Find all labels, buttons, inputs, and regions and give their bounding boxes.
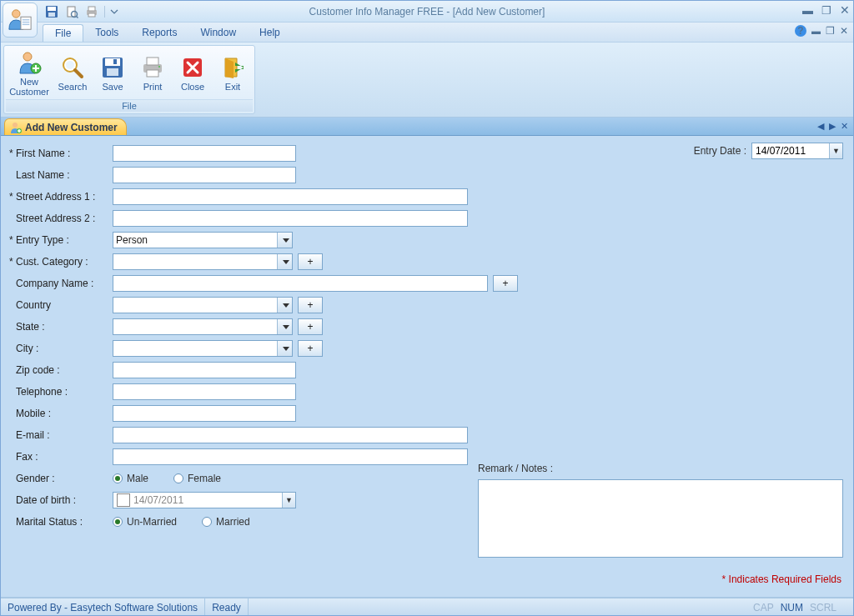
company-name-input[interactable] bbox=[113, 275, 488, 292]
zip-input[interactable] bbox=[113, 362, 296, 378]
tab-close-button[interactable]: ✕ bbox=[841, 121, 848, 132]
add-city-button[interactable]: + bbox=[298, 340, 323, 357]
dropdown-icon bbox=[277, 341, 292, 356]
mobile-input[interactable] bbox=[113, 405, 296, 422]
svg-rect-7 bbox=[48, 13, 55, 17]
email-input[interactable] bbox=[113, 427, 468, 443]
close-icon bbox=[180, 55, 205, 80]
add-country-button[interactable]: + bbox=[298, 297, 323, 313]
menu-reports[interactable]: Reports bbox=[130, 23, 188, 42]
street1-label: Street Address 1 : bbox=[16, 191, 95, 203]
email-label: E-mail : bbox=[16, 429, 50, 441]
qat-print-icon[interactable] bbox=[84, 5, 99, 18]
marital-married-radio[interactable]: Married bbox=[202, 516, 250, 528]
mdi-close-button[interactable]: ✕ bbox=[840, 25, 848, 37]
svg-rect-2 bbox=[23, 19, 29, 20]
fax-label: Fax : bbox=[16, 451, 38, 463]
status-caps: CAP bbox=[753, 602, 774, 613]
status-bar: Powered By - Easytech Software Solutions… bbox=[1, 598, 853, 616]
status-powered-by: Powered By - Easytech Software Solutions bbox=[1, 598, 205, 616]
add-company-button[interactable]: + bbox=[493, 275, 518, 292]
state-select[interactable] bbox=[113, 318, 293, 335]
street2-input[interactable] bbox=[113, 210, 468, 227]
entry-date-block: Entry Date : 14/07/2011 ▼ bbox=[694, 143, 843, 159]
country-label: Country bbox=[16, 299, 51, 311]
tab-add-new-customer[interactable]: Add New Customer bbox=[4, 118, 127, 135]
status-num: NUM bbox=[781, 602, 803, 613]
ribbon-new-customer-button[interactable]: New Customer bbox=[6, 48, 53, 99]
tab-next-button[interactable]: ▶ bbox=[829, 121, 836, 132]
ribbon-exit-button[interactable]: Exit bbox=[213, 48, 253, 99]
entry-date-label: Entry Date : bbox=[694, 145, 746, 157]
entry-type-label: Entry Type : bbox=[16, 234, 69, 246]
status-scrl: SCRL bbox=[810, 602, 836, 613]
ribbon-close-button[interactable]: Close bbox=[173, 48, 213, 99]
svg-rect-27 bbox=[147, 70, 158, 77]
ribbon-close-label: Close bbox=[181, 82, 204, 92]
qat-print-preview-icon[interactable] bbox=[64, 5, 79, 18]
ribbon-print-button[interactable]: Print bbox=[133, 48, 173, 99]
qat-save-icon[interactable] bbox=[44, 5, 59, 18]
tab-prev-button[interactable]: ◀ bbox=[817, 121, 824, 132]
entry-date-picker[interactable]: 14/07/2011 ▼ bbox=[751, 143, 843, 159]
dob-picker[interactable]: 14/07/2011 ▼ bbox=[113, 492, 296, 508]
search-icon bbox=[60, 55, 85, 80]
menu-tools[interactable]: Tools bbox=[83, 23, 130, 42]
gender-female-radio[interactable]: Female bbox=[173, 473, 221, 484]
fax-input[interactable] bbox=[113, 448, 468, 465]
title-bar: Customer Info Manager FREE - [Add New Cu… bbox=[1, 1, 853, 23]
remark-textarea[interactable] bbox=[478, 479, 843, 558]
save-icon bbox=[100, 55, 125, 80]
svg-rect-22 bbox=[105, 58, 120, 66]
entry-type-select[interactable] bbox=[113, 232, 293, 248]
last-name-input[interactable] bbox=[113, 167, 296, 183]
help-icon[interactable]: ? bbox=[795, 25, 806, 37]
new-customer-icon bbox=[17, 50, 42, 75]
qat-customize-icon[interactable] bbox=[110, 5, 118, 18]
form-area: Entry Date : 14/07/2011 ▼ *First Name : … bbox=[1, 136, 853, 598]
city-select[interactable] bbox=[113, 340, 293, 357]
quick-access-toolbar bbox=[44, 4, 118, 19]
dropdown-icon bbox=[277, 233, 292, 248]
svg-rect-35 bbox=[18, 130, 21, 131]
ribbon-print-label: Print bbox=[143, 82, 163, 92]
customer-app-icon bbox=[8, 8, 33, 33]
cust-category-select[interactable] bbox=[113, 253, 293, 270]
country-select[interactable] bbox=[113, 297, 293, 313]
state-label: State : bbox=[16, 321, 45, 333]
add-cust-category-button[interactable]: + bbox=[298, 253, 323, 270]
street2-label: Street Address 2 : bbox=[16, 213, 95, 224]
ribbon-search-label: Search bbox=[58, 82, 88, 92]
menu-window[interactable]: Window bbox=[188, 23, 248, 42]
dropdown-icon: ▼ bbox=[829, 143, 842, 158]
application-button[interactable] bbox=[3, 3, 38, 38]
company-name-label: Company Name : bbox=[16, 278, 93, 289]
gender-label: Gender : bbox=[16, 473, 55, 484]
maximize-button[interactable]: ❐ bbox=[821, 4, 831, 17]
minimize-button[interactable]: ▬ bbox=[802, 4, 813, 17]
dob-enable-checkbox[interactable] bbox=[117, 493, 130, 507]
street1-input[interactable] bbox=[113, 188, 468, 205]
print-icon bbox=[140, 55, 165, 80]
close-button[interactable]: ✕ bbox=[840, 3, 850, 17]
ribbon-save-button[interactable]: Save bbox=[93, 48, 133, 99]
marital-unmarried-radio[interactable]: Un-Married bbox=[113, 516, 177, 528]
cust-category-label: Cust. Category : bbox=[16, 256, 88, 268]
status-ready: Ready bbox=[205, 598, 249, 616]
window-controls: ▬ ❐ ✕ bbox=[802, 1, 850, 19]
mdi-minimize-button[interactable]: ▬ bbox=[811, 26, 821, 36]
gender-male-radio[interactable]: Male bbox=[113, 473, 148, 484]
menu-file[interactable]: File bbox=[43, 24, 83, 42]
ribbon-search-button[interactable]: Search bbox=[53, 48, 93, 99]
add-state-button[interactable]: + bbox=[298, 318, 323, 335]
tab-nav-controls: ◀ ▶ ✕ bbox=[817, 121, 848, 132]
first-name-input[interactable] bbox=[113, 145, 296, 162]
telephone-label: Telephone : bbox=[16, 386, 68, 398]
menu-help[interactable]: Help bbox=[248, 23, 292, 42]
dropdown-icon bbox=[277, 319, 292, 334]
last-name-label: Last Name : bbox=[16, 169, 70, 181]
telephone-input[interactable] bbox=[113, 383, 296, 400]
mdi-restore-button[interactable]: ❐ bbox=[826, 25, 835, 37]
ribbon-new-customer-label: New Customer bbox=[8, 77, 51, 97]
window-title: Customer Info Manager FREE - [Add New Cu… bbox=[1, 6, 853, 18]
